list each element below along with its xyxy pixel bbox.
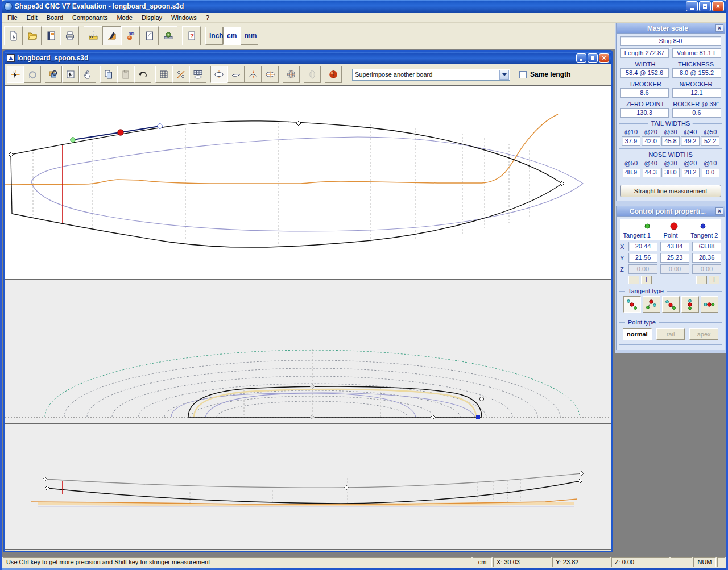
tail-width-value[interactable]: 52.2 xyxy=(701,136,719,146)
menu-windows[interactable]: Windows xyxy=(167,14,201,22)
ghost-3d-icon[interactable] xyxy=(304,66,321,83)
volume-field[interactable]: Volume 81.1 L xyxy=(672,48,721,58)
select-arrow-icon[interactable] xyxy=(7,66,24,83)
point-type-apex-button[interactable]: apex xyxy=(689,328,718,340)
tangent-type-angle-icon[interactable] xyxy=(643,296,660,313)
tangent2-x-field[interactable]: 63.88 xyxy=(692,242,721,251)
straight-line-measurement-button[interactable]: Straight line measurement xyxy=(620,185,721,197)
nose-width-value[interactable]: 48.9 xyxy=(622,168,640,177)
menu-help[interactable]: ? xyxy=(201,14,214,22)
rocker-view-canvas[interactable] xyxy=(5,423,611,550)
point-x-field[interactable]: 43.84 xyxy=(660,242,689,251)
section-rail-control-point[interactable] xyxy=(479,397,483,401)
outline-control-point[interactable] xyxy=(9,121,564,186)
tangent-type-smooth-icon[interactable] xyxy=(623,296,641,313)
unit-mm-button[interactable]: mm xyxy=(241,27,258,45)
doc-maximize-button[interactable] xyxy=(588,53,598,63)
section-bottom-control-point[interactable] xyxy=(431,415,435,419)
nose-width-value[interactable]: 44.3 xyxy=(642,168,660,177)
rocker39-field[interactable]: 0.6 xyxy=(672,108,721,118)
profile-view-icon[interactable] xyxy=(228,66,245,83)
cnc-machine-icon[interactable] xyxy=(159,26,177,45)
title-bar[interactable]: Shape3d CNC V7 Evaluation - longboard_sp… xyxy=(2,0,726,13)
master-scale-titlebar[interactable]: Master scale × xyxy=(617,23,725,34)
tangent1-direction-button[interactable]: | xyxy=(641,276,652,284)
section-view-icon[interactable] xyxy=(262,66,279,83)
sections-view-canvas[interactable] xyxy=(5,280,611,423)
nose-rocker-field[interactable]: 12.1 xyxy=(672,88,721,98)
width-field[interactable]: 58.4 @ 152.6 xyxy=(620,68,669,78)
tail-width-value[interactable]: 49.2 xyxy=(681,136,700,146)
design-mode-icon[interactable] xyxy=(102,26,121,45)
length-field[interactable]: Length 272.87 xyxy=(620,48,669,58)
menu-board[interactable]: Board xyxy=(42,14,68,22)
pan-hand-icon[interactable] xyxy=(79,66,96,83)
master-scale-close-icon[interactable]: × xyxy=(715,24,723,32)
board-name-field[interactable]: Slug 8-0 xyxy=(620,36,721,46)
rotate-view-icon[interactable] xyxy=(24,66,41,83)
section-selected-control-point[interactable] xyxy=(476,415,480,419)
tangent2-length-button[interactable]: -- xyxy=(696,276,707,284)
same-length-checkbox[interactable] xyxy=(519,71,527,78)
current-section-curve[interactable] xyxy=(188,386,482,417)
undo-icon[interactable] xyxy=(134,66,151,83)
thickness-view-icon[interactable] xyxy=(245,66,262,83)
doc-minimize-button[interactable] xyxy=(576,53,586,63)
point-y-field[interactable]: 25.23 xyxy=(660,253,689,263)
superimpose-combobox[interactable]: Superimpose another board xyxy=(352,69,510,81)
tangent-type-horizontal-icon[interactable] xyxy=(701,296,718,313)
tangent1-length-button[interactable]: -- xyxy=(628,276,639,284)
tail-width-value[interactable]: 42.0 xyxy=(642,136,660,146)
bottom-rocker-curve[interactable] xyxy=(47,481,581,504)
paste-icon[interactable] xyxy=(117,66,134,83)
menu-file[interactable]: File xyxy=(3,14,22,22)
measurements-panel-icon[interactable] xyxy=(189,66,206,83)
combo-dropdown-button[interactable] xyxy=(499,70,509,80)
doc-close-button[interactable]: × xyxy=(599,53,609,63)
wireframe-3d-icon[interactable] xyxy=(283,66,300,83)
tangent-type-half-free-icon[interactable] xyxy=(662,296,680,313)
fit-window-icon[interactable] xyxy=(62,66,79,83)
nose-width-value[interactable]: 0.0 xyxy=(701,168,719,177)
maximize-button[interactable] xyxy=(699,1,711,11)
unit-cm-button[interactable]: cm xyxy=(223,27,241,45)
help-icon[interactable]: ? xyxy=(182,26,201,45)
control-point-close-icon[interactable]: × xyxy=(715,207,723,215)
tangent2-direction-button[interactable]: | xyxy=(709,276,719,284)
nose-width-value[interactable]: 28.2 xyxy=(681,168,700,177)
view-3d-icon[interactable]: 3D xyxy=(121,26,140,45)
outline-view-canvas[interactable] xyxy=(5,85,611,280)
selected-control-point[interactable] xyxy=(118,130,123,135)
menu-mode[interactable]: Mode xyxy=(112,14,137,22)
close-button[interactable]: × xyxy=(712,1,724,11)
tangent1-y-field[interactable]: 21.56 xyxy=(628,253,657,263)
copy-icon[interactable] xyxy=(100,66,117,83)
menu-edit[interactable]: Edit xyxy=(22,14,42,22)
tangent-type-vertical-icon[interactable] xyxy=(681,296,699,313)
zero-point-field[interactable]: 130.3 xyxy=(620,108,669,118)
point-type-rail-button[interactable]: rail xyxy=(656,328,685,340)
render-3d-icon[interactable] xyxy=(325,66,342,83)
unit-inch-button[interactable]: inch xyxy=(205,27,223,45)
tangent2-handle[interactable] xyxy=(158,124,162,128)
thickness-field[interactable]: 8.0 @ 155.2 xyxy=(672,68,721,78)
control-point-titlebar[interactable]: Control point properti... × xyxy=(617,206,725,217)
tail-width-value[interactable]: 45.8 xyxy=(661,136,680,146)
document-title-bar[interactable]: longboard_spoon.s3d × xyxy=(5,52,611,64)
tangent1-x-field[interactable]: 20.44 xyxy=(628,242,657,251)
nose-width-value[interactable]: 38.0 xyxy=(661,168,680,177)
tail-width-value[interactable]: 37.9 xyxy=(622,136,640,146)
tangent2-y-field[interactable]: 28.36 xyxy=(692,253,721,263)
board-outline-curve[interactable] xyxy=(11,121,562,247)
deck-rocker-curve[interactable] xyxy=(45,473,581,488)
point-type-normal-button[interactable]: normal xyxy=(623,328,652,340)
tail-rocker-field[interactable]: 8.6 xyxy=(620,88,669,98)
board-list-icon[interactable] xyxy=(140,26,159,45)
menu-display[interactable]: Display xyxy=(137,14,167,22)
measure-ruler-icon[interactable] xyxy=(84,26,102,45)
save-book-icon[interactable] xyxy=(42,26,60,45)
outline-view-icon[interactable] xyxy=(210,66,228,83)
slice-percent-icon[interactable] xyxy=(172,66,189,83)
open-folder-icon[interactable] xyxy=(23,26,42,45)
menu-componants[interactable]: Componants xyxy=(68,14,112,22)
